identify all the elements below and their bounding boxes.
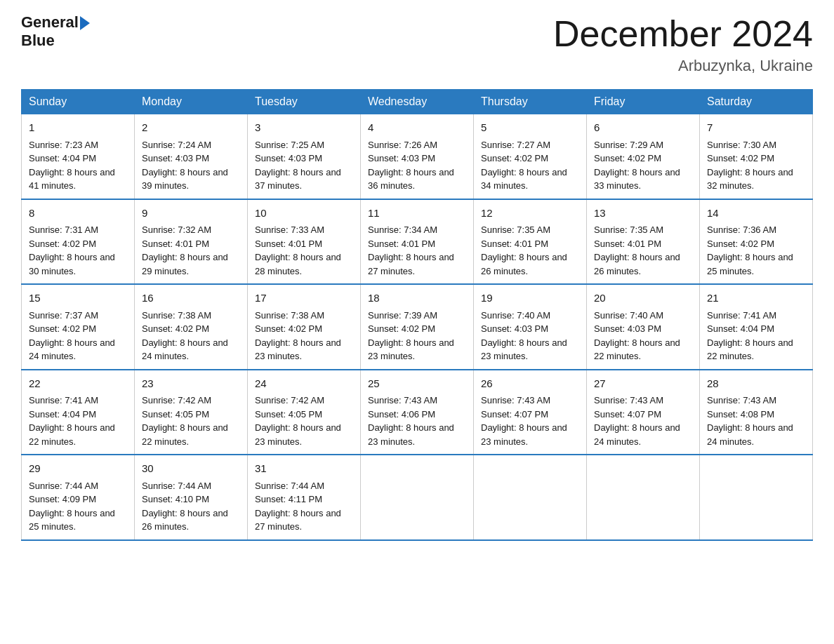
calendar-cell — [587, 455, 700, 540]
day-daylight: Daylight: 8 hours and 37 minutes. — [255, 166, 353, 193]
day-sunset: Sunset: 4:03 PM — [481, 322, 579, 336]
day-number: 15 — [29, 290, 127, 307]
day-sunrise: Sunrise: 7:35 AM — [594, 223, 692, 237]
day-number: 8 — [29, 206, 127, 222]
day-sunrise: Sunrise: 7:40 AM — [594, 309, 692, 323]
day-sunset: Sunset: 4:11 PM — [255, 492, 353, 507]
day-number: 11 — [368, 206, 466, 222]
day-sunset: Sunset: 4:05 PM — [142, 408, 240, 422]
day-sunset: Sunset: 4:01 PM — [142, 237, 240, 251]
day-sunset: Sunset: 4:02 PM — [142, 322, 240, 336]
col-thursday: Thursday — [474, 90, 587, 114]
day-daylight: Daylight: 8 hours and 23 minutes. — [481, 421, 579, 448]
col-saturday: Saturday — [700, 90, 813, 114]
calendar-cell — [700, 455, 813, 540]
calendar-week-2: 8 Sunrise: 7:31 AM Sunset: 4:02 PM Dayli… — [22, 199, 813, 285]
day-number: 21 — [707, 290, 805, 307]
calendar-cell: 3 Sunrise: 7:25 AM Sunset: 4:03 PM Dayli… — [248, 114, 361, 199]
day-daylight: Daylight: 8 hours and 28 minutes. — [255, 250, 353, 278]
day-daylight: Daylight: 8 hours and 24 minutes. — [594, 421, 692, 448]
calendar-cell: 12 Sunrise: 7:35 AM Sunset: 4:01 PM Dayl… — [474, 199, 587, 285]
day-number: 22 — [29, 376, 127, 392]
day-sunrise: Sunrise: 7:24 AM — [142, 138, 240, 152]
day-sunset: Sunset: 4:02 PM — [368, 322, 466, 336]
day-daylight: Daylight: 8 hours and 24 minutes. — [707, 421, 805, 448]
calendar-cell: 25 Sunrise: 7:43 AM Sunset: 4:06 PM Dayl… — [361, 370, 474, 455]
day-sunrise: Sunrise: 7:41 AM — [707, 309, 805, 323]
day-sunrise: Sunrise: 7:25 AM — [255, 138, 353, 152]
day-number: 12 — [481, 206, 579, 222]
day-daylight: Daylight: 8 hours and 27 minutes. — [368, 250, 466, 278]
day-sunset: Sunset: 4:04 PM — [707, 322, 805, 336]
calendar-table: Sunday Monday Tuesday Wednesday Thursday… — [21, 89, 813, 541]
logo-text-blue: Blue — [21, 32, 55, 49]
day-sunrise: Sunrise: 7:32 AM — [142, 223, 240, 237]
day-daylight: Daylight: 8 hours and 26 minutes. — [481, 250, 579, 278]
calendar-cell: 7 Sunrise: 7:30 AM Sunset: 4:02 PM Dayli… — [700, 114, 813, 199]
day-number: 25 — [368, 376, 466, 392]
day-daylight: Daylight: 8 hours and 22 minutes. — [142, 421, 240, 448]
day-sunset: Sunset: 4:04 PM — [29, 152, 127, 166]
calendar-cell: 9 Sunrise: 7:32 AM Sunset: 4:01 PM Dayli… — [135, 199, 248, 285]
day-number: 27 — [594, 376, 692, 392]
day-number: 3 — [255, 120, 353, 136]
day-number: 14 — [707, 206, 805, 222]
day-sunrise: Sunrise: 7:38 AM — [142, 309, 240, 323]
day-daylight: Daylight: 8 hours and 34 minutes. — [481, 166, 579, 193]
day-number: 26 — [481, 376, 579, 392]
day-daylight: Daylight: 8 hours and 24 minutes. — [142, 336, 240, 363]
day-sunset: Sunset: 4:03 PM — [594, 322, 692, 336]
day-daylight: Daylight: 8 hours and 29 minutes. — [142, 250, 240, 278]
day-sunset: Sunset: 4:03 PM — [368, 152, 466, 166]
day-daylight: Daylight: 8 hours and 23 minutes. — [368, 336, 466, 363]
day-daylight: Daylight: 8 hours and 23 minutes. — [255, 336, 353, 363]
calendar-cell: 29 Sunrise: 7:44 AM Sunset: 4:09 PM Dayl… — [22, 455, 135, 540]
day-daylight: Daylight: 8 hours and 26 minutes. — [594, 250, 692, 278]
day-sunrise: Sunrise: 7:43 AM — [707, 394, 805, 408]
day-sunset: Sunset: 4:02 PM — [594, 152, 692, 166]
day-sunrise: Sunrise: 7:33 AM — [255, 223, 353, 237]
calendar-week-3: 15 Sunrise: 7:37 AM Sunset: 4:02 PM Dayl… — [22, 284, 813, 370]
day-number: 19 — [481, 290, 579, 307]
day-number: 24 — [255, 376, 353, 392]
calendar-cell: 11 Sunrise: 7:34 AM Sunset: 4:01 PM Dayl… — [361, 199, 474, 285]
day-number: 20 — [594, 290, 692, 307]
calendar-cell: 13 Sunrise: 7:35 AM Sunset: 4:01 PM Dayl… — [587, 199, 700, 285]
day-sunset: Sunset: 4:02 PM — [29, 237, 127, 251]
day-number: 2 — [142, 120, 240, 136]
calendar-cell: 5 Sunrise: 7:27 AM Sunset: 4:02 PM Dayli… — [474, 114, 587, 199]
day-daylight: Daylight: 8 hours and 39 minutes. — [142, 166, 240, 193]
day-sunrise: Sunrise: 7:27 AM — [481, 138, 579, 152]
day-daylight: Daylight: 8 hours and 36 minutes. — [368, 166, 466, 193]
day-daylight: Daylight: 8 hours and 25 minutes. — [707, 250, 805, 278]
day-number: 9 — [142, 206, 240, 222]
calendar-cell: 20 Sunrise: 7:40 AM Sunset: 4:03 PM Dayl… — [587, 284, 700, 370]
day-sunrise: Sunrise: 7:30 AM — [707, 138, 805, 152]
day-number: 30 — [142, 461, 240, 477]
day-sunrise: Sunrise: 7:42 AM — [255, 394, 353, 408]
day-sunset: Sunset: 4:01 PM — [368, 237, 466, 251]
logo-text-general: General — [21, 14, 79, 31]
day-daylight: Daylight: 8 hours and 24 minutes. — [29, 336, 127, 363]
page-header: General Blue December 2024 Arbuzynka, Uk… — [21, 14, 813, 75]
day-sunrise: Sunrise: 7:26 AM — [368, 138, 466, 152]
calendar-header-row: Sunday Monday Tuesday Wednesday Thursday… — [22, 90, 813, 114]
location-label: Arbuzynka, Ukraine — [553, 57, 813, 75]
day-sunrise: Sunrise: 7:44 AM — [255, 479, 353, 493]
day-sunset: Sunset: 4:01 PM — [481, 237, 579, 251]
day-number: 13 — [594, 206, 692, 222]
month-title: December 2024 — [553, 14, 813, 54]
calendar-cell: 18 Sunrise: 7:39 AM Sunset: 4:02 PM Dayl… — [361, 284, 474, 370]
day-number: 4 — [368, 120, 466, 136]
day-sunrise: Sunrise: 7:42 AM — [142, 394, 240, 408]
day-number: 10 — [255, 206, 353, 222]
day-sunrise: Sunrise: 7:37 AM — [29, 309, 127, 323]
day-sunrise: Sunrise: 7:29 AM — [594, 138, 692, 152]
day-daylight: Daylight: 8 hours and 30 minutes. — [29, 250, 127, 278]
day-sunset: Sunset: 4:01 PM — [594, 237, 692, 251]
calendar-cell: 6 Sunrise: 7:29 AM Sunset: 4:02 PM Dayli… — [587, 114, 700, 199]
day-sunset: Sunset: 4:07 PM — [594, 408, 692, 422]
day-sunrise: Sunrise: 7:36 AM — [707, 223, 805, 237]
day-sunrise: Sunrise: 7:31 AM — [29, 223, 127, 237]
day-number: 18 — [368, 290, 466, 307]
